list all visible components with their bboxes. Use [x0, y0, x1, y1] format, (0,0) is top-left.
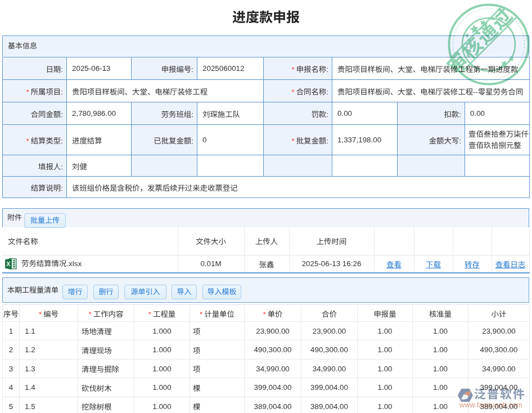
svg-text:X: X: [6, 261, 10, 267]
svg-text:审核通过: 审核通过: [443, 0, 519, 79]
